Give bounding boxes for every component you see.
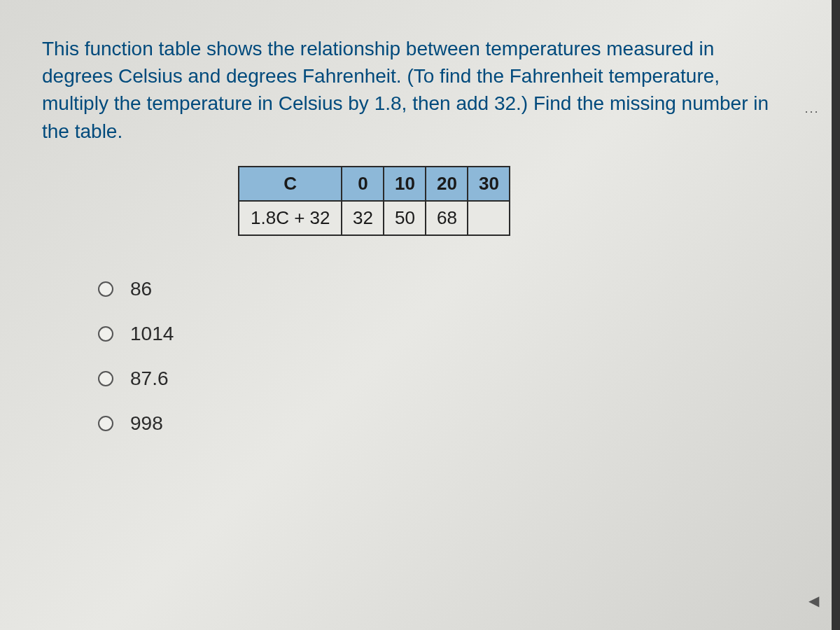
table-header-label: C <box>239 167 342 201</box>
table-value-1: 50 <box>384 201 426 235</box>
option-c[interactable]: 87.6 <box>98 368 798 390</box>
function-table: C 0 10 20 30 1.8C + 32 32 50 68 <box>238 166 798 236</box>
table-header-c0: 0 <box>342 167 384 201</box>
table-value-2: 68 <box>426 201 468 235</box>
table-value-missing <box>468 201 510 235</box>
radio-icon <box>98 326 113 342</box>
radio-icon <box>98 371 113 386</box>
option-a[interactable]: 86 <box>98 278 798 300</box>
option-b[interactable]: 1014 <box>98 323 798 345</box>
table-header-c3: 30 <box>468 167 510 201</box>
option-d-label: 998 <box>130 412 163 435</box>
option-b-label: 1014 <box>130 323 174 345</box>
menu-dots-icon[interactable]: ⋮ <box>804 105 820 120</box>
radio-icon <box>98 416 113 431</box>
answer-options: 86 1014 87.6 998 <box>98 278 798 435</box>
back-arrow-icon[interactable]: ◀ <box>808 592 819 609</box>
screen-edge <box>832 0 840 630</box>
table-formula-label: 1.8C + 32 <box>239 201 342 235</box>
option-c-label: 87.6 <box>130 368 169 390</box>
question-text: This function table shows the relationsh… <box>42 35 777 145</box>
table-header-c2: 20 <box>426 167 468 201</box>
table-header-c1: 10 <box>384 167 426 201</box>
radio-icon <box>98 281 113 297</box>
table-value-0: 32 <box>342 201 384 235</box>
option-d[interactable]: 998 <box>98 412 798 435</box>
option-a-label: 86 <box>130 278 152 300</box>
